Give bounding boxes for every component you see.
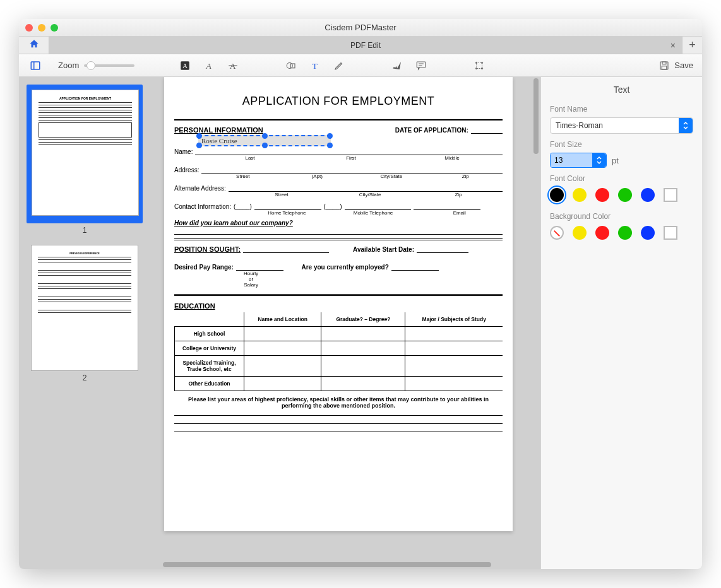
page-view: APPLICATION FOR EMPLOYMENT PERSONAL INFO… <box>150 77 540 569</box>
education-table: Name and Location Graduate? – Degree? Ma… <box>174 312 503 391</box>
start-date-label: Available Start Date: <box>353 246 414 253</box>
date-app-label: DATE OF APPLICATION: <box>395 127 468 134</box>
pencil-icon[interactable] <box>331 58 347 73</box>
thumb-label-2: 2 <box>27 373 143 382</box>
save-button[interactable]: Save <box>657 58 693 73</box>
save-icon <box>657 58 672 73</box>
svg-rect-20 <box>662 66 667 69</box>
font-color-label: Font Color <box>550 174 693 183</box>
font-size-input[interactable] <box>551 153 592 167</box>
color-swatch[interactable] <box>641 226 655 240</box>
bg-color-swatches <box>550 226 693 240</box>
tab-close-icon[interactable]: × <box>670 40 676 50</box>
app-window: Cisdem PDFMaster PDF Edit × + Zoom A A A… <box>19 19 702 569</box>
contact-label: Contact Information: <box>174 203 231 210</box>
proficiency-note: Please list your areas of highest profic… <box>174 391 503 414</box>
table-row: Other Education <box>175 377 503 391</box>
italic-icon[interactable]: A <box>201 58 217 73</box>
color-swatch[interactable] <box>595 226 609 240</box>
alt-address-label: Alternate Address: <box>174 185 226 192</box>
svg-rect-10 <box>417 62 426 68</box>
shape-icon[interactable] <box>283 58 299 73</box>
properties-panel: Text Font Name Times-Roman Font Size pt … <box>540 77 702 569</box>
svg-rect-19 <box>662 62 666 64</box>
textbox-value: Rosie Cruise <box>201 137 237 144</box>
text-tool-icon[interactable]: T <box>307 58 323 73</box>
bg-color-label: Background Color <box>550 212 693 221</box>
tab-document[interactable]: PDF Edit × <box>49 37 682 54</box>
color-swatch[interactable] <box>595 188 609 202</box>
section-personal: PERSONAL INFORMATION <box>174 126 263 134</box>
table-row: Specialized Training, Trade School, etc <box>175 356 503 377</box>
font-name-select[interactable]: Times-Roman <box>550 117 693 134</box>
save-label: Save <box>674 61 693 70</box>
app-title: Cisdem PDFMaster <box>19 23 702 32</box>
sidebar-toggle-icon[interactable] <box>28 58 43 73</box>
strikethrough-icon[interactable]: A <box>225 58 241 73</box>
thumb-label-1: 1 <box>27 226 143 235</box>
svg-rect-0 <box>31 62 40 69</box>
svg-text:A: A <box>182 62 188 69</box>
scrollbar-vertical[interactable] <box>532 77 540 569</box>
chevron-down-icon <box>679 118 693 133</box>
thumbnail-1[interactable]: APPLICATION FOR EMPLOYMENT <box>27 85 143 223</box>
table-row: College or University <box>175 341 503 356</box>
section-position: POSITION SOUGHT: <box>174 245 241 253</box>
pay-range-label: Desired Pay Range: <box>174 264 234 271</box>
font-size-label: Font Size <box>550 140 693 149</box>
svg-point-16 <box>476 68 477 69</box>
chevron-down-icon <box>592 153 606 167</box>
signature-icon[interactable] <box>390 58 405 73</box>
svg-point-17 <box>482 68 483 69</box>
section-education: EDUCATION <box>174 302 215 310</box>
zoom-thumb[interactable] <box>86 61 95 70</box>
how-learn: How did you learn about our company? <box>174 220 503 226</box>
font-name-value: Times-Roman <box>551 121 679 130</box>
color-swatch[interactable] <box>641 188 655 202</box>
content-area: APPLICATION FOR EMPLOYMENT 1 PREVIOUS EX… <box>19 77 702 569</box>
doc-title: APPLICATION FOR EMPLOYMENT <box>174 95 503 108</box>
home-tab[interactable] <box>19 37 49 54</box>
color-swatch[interactable] <box>550 188 564 202</box>
address-label: Address: <box>174 167 199 173</box>
svg-text:T: T <box>313 61 318 70</box>
employed-label: Are you currently employed? <box>301 264 388 271</box>
color-swatch[interactable] <box>573 188 587 202</box>
name-label: Name: <box>174 148 193 155</box>
svg-point-14 <box>476 62 477 63</box>
font-name-label: Font Name <box>550 105 693 114</box>
table-row: High School <box>175 327 503 341</box>
tab-label: PDF Edit <box>350 41 381 50</box>
titlebar: Cisdem PDFMaster <box>19 19 702 37</box>
svg-rect-13 <box>477 62 482 68</box>
font-color-swatches <box>550 188 693 202</box>
font-size-select[interactable] <box>550 153 607 168</box>
home-icon <box>28 38 40 52</box>
color-swatch[interactable] <box>618 188 632 202</box>
color-swatch[interactable] <box>550 226 564 240</box>
toolbar: Zoom A A A T Save <box>19 54 702 77</box>
pdf-page[interactable]: APPLICATION FOR EMPLOYMENT PERSONAL INFO… <box>164 77 513 531</box>
zoom-label: Zoom <box>58 61 79 70</box>
color-swatch[interactable] <box>618 226 632 240</box>
tabbar: PDF Edit × + <box>19 37 702 54</box>
zoom-control: Zoom <box>58 61 134 70</box>
crop-icon[interactable] <box>472 58 487 73</box>
custom-color-button[interactable] <box>664 188 677 202</box>
font-size-unit: pt <box>612 156 619 165</box>
zoom-slider[interactable] <box>84 64 134 67</box>
color-swatch[interactable] <box>573 226 587 240</box>
thumbnail-panel: APPLICATION FOR EMPLOYMENT 1 PREVIOUS EX… <box>19 77 150 569</box>
text-selection-box[interactable]: Rosie Cruise <box>198 135 331 146</box>
tab-add-button[interactable]: + <box>682 37 702 54</box>
panel-title: Text <box>550 85 693 95</box>
comment-icon[interactable] <box>414 58 429 73</box>
custom-color-button[interactable] <box>664 226 677 240</box>
text-edit-icon[interactable]: A <box>177 58 193 73</box>
svg-point-15 <box>482 62 483 63</box>
scrollbar-horizontal[interactable] <box>150 560 532 569</box>
thumbnail-2[interactable]: PREVIOUS EXPERIENCE <box>27 245 143 371</box>
svg-text:A: A <box>206 61 212 70</box>
